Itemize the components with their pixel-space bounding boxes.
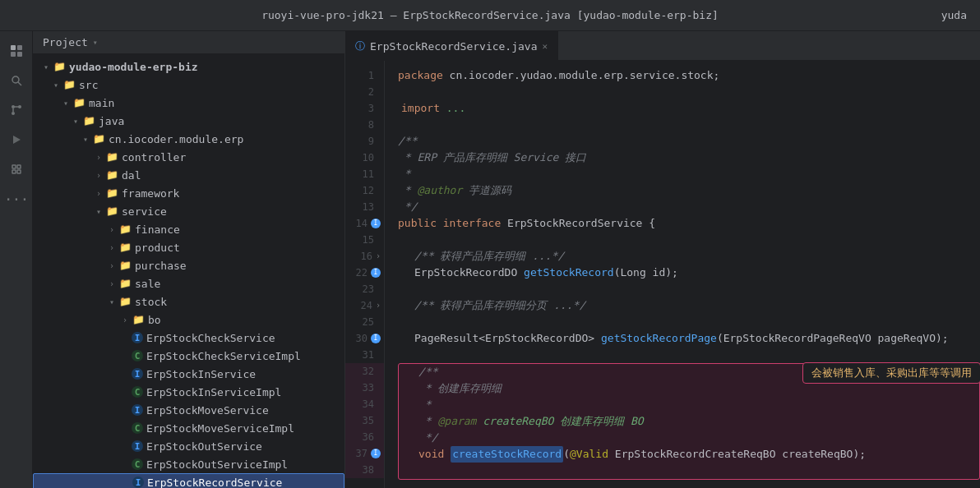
code-line-1: package cn.iocoder.yudao.module.erp.serv… [398,67,980,84]
line-num-36: 36 [345,429,384,445]
window-right-label: yuda [941,9,967,21]
code-line-34: * [399,397,979,413]
tree-item-ErpStockMoveServiceImpl[interactable]: C ErpStockMoveServiceImpl [33,419,344,437]
line-num-30: 30 I [345,330,384,347]
tree-item-src[interactable]: ▾ 📁 src [33,76,344,94]
code-line-16: /** 获得产品库存明细 ...*/ [398,248,980,265]
code-line-2 [398,84,980,100]
project-panel: Project ▾ ▾ 📁 yudao-module-erp-biz ▾ 📁 s… [33,31,345,488]
line-num-8: 8 [345,117,384,133]
file-tree[interactable]: ▾ 📁 yudao-module-erp-biz ▾ 📁 src ▾ 📁 mai… [33,54,344,488]
code-line-38 [399,463,979,479]
code-line-14: public interface ErpStockRecordService { [398,215,980,232]
tree-item-stock[interactable]: ▾ 📁 stock [33,292,344,311]
svg-rect-11 [17,165,21,168]
project-header: Project ▾ [33,31,344,54]
tree-item-ErpStockMoveService[interactable]: I ErpStockMoveService [33,401,344,419]
code-content[interactable]: 1 2 3 8 9 10 11 12 13 14 I 15 16 › [345,61,980,488]
tree-item-ErpStockInService[interactable]: I ErpStockInService [33,365,344,383]
tree-item-ErpStockInServiceImpl[interactable]: C ErpStockInServiceImpl [33,383,344,401]
svg-rect-1 [17,45,22,50]
line-numbers: 1 2 3 8 9 10 11 12 13 14 I 15 16 › [345,61,385,488]
code-line-33: * 创建库存明细 [399,380,979,397]
sidebar-icon-git[interactable] [3,97,30,123]
code-line-3: import ... [398,100,980,117]
editor-tab-ErpStockRecordService[interactable]: ⓘ ErpStockRecordService.java ✕ [345,31,558,60]
tree-item-dal[interactable]: › 📁 dal [33,166,344,184]
project-title: Project [43,36,88,48]
line-num-35: 35 [345,412,384,429]
code-line-15 [398,232,980,248]
line-num-24: 24 › [345,297,384,314]
tree-item-service[interactable]: ▾ 📁 service [33,202,344,220]
code-line-13: */ [398,199,980,215]
chevron-down-icon: ▾ [93,38,98,47]
tree-item-ErpStockOutService[interactable]: I ErpStockOutService [33,437,344,455]
sidebar-icon-run[interactable] [3,127,30,153]
line-num-22: 22 I [345,265,384,281]
svg-line-5 [18,82,21,85]
code-line-23 [398,281,980,297]
tree-item-purchase[interactable]: › 📁 purchase [33,256,344,274]
svg-rect-12 [12,170,16,173]
tree-item-controller[interactable]: › 📁 controller [33,148,344,166]
tab-bar: ⓘ ErpStockRecordService.java ✕ [345,31,980,61]
editor-area: ⓘ ErpStockRecordService.java ✕ 1 2 3 8 9… [345,31,980,488]
sidebar-icon-plugins[interactable] [3,156,30,182]
code-line-37: void createStockRecord(@Valid ErpStockRe… [399,446,979,463]
tree-item-ErpStockRecordService[interactable]: I ErpStockRecordService [33,473,344,488]
line-num-38: 38 [345,462,384,478]
code-line-10: * ERP 产品库存明细 Service 接口 [398,150,980,166]
main-layout: ··· Project ▾ ▾ 📁 yudao-module-erp-biz ▾… [0,31,980,488]
tree-item-ErpStockOutServiceImpl[interactable]: C ErpStockOutServiceImpl [33,455,344,473]
svg-point-7 [12,112,15,115]
svg-rect-0 [11,45,16,50]
tree-item-yudao-module-erp-biz[interactable]: ▾ 📁 yudao-module-erp-biz [33,58,344,76]
code-line-30: PageResult<ErpStockRecordDO> getStockRec… [398,330,980,347]
left-sidebar: ··· [0,31,33,488]
code-line-35: * @param createReqBO 创建库存明细 BO [399,413,979,430]
tree-item-framework[interactable]: › 📁 framework [33,184,344,202]
code-line-22: ErpStockRecordDO getStockRecord(Long id)… [398,265,980,281]
window-title: ruoyi-vue-pro-jdk21 – ErpStockRecordServ… [261,9,719,21]
sidebar-icon-project[interactable] [3,38,30,64]
line-num-34: 34 [345,396,384,412]
tree-item-ErpStockCheckServiceImpl[interactable]: C ErpStockCheckServiceImpl [33,347,344,365]
code-line-25 [398,314,980,330]
tree-item-sale[interactable]: › 📁 sale [33,274,344,292]
line-num-16: 16 › [345,248,384,265]
svg-rect-3 [17,52,22,57]
tree-item-java[interactable]: ▾ 📁 java [33,112,344,130]
title-bar: ruoyi-vue-pro-jdk21 – ErpStockRecordServ… [0,0,980,31]
sidebar-icon-more[interactable]: ··· [3,186,30,212]
tree-item-bo[interactable]: › 📁 bo [33,311,344,329]
line-num-13: 13 [345,199,384,215]
code-line-8 [398,117,980,133]
line-num-2: 2 [345,84,384,100]
svg-point-4 [12,76,19,83]
line-num-31: 31 [345,347,384,363]
code-line-11: * [398,166,980,182]
line-num-10: 10 [345,150,384,166]
line-num-32: 32 [345,363,384,380]
svg-rect-2 [11,52,16,57]
sidebar-icon-search[interactable] [3,67,30,94]
tree-item-finance[interactable]: › 📁 finance [33,220,344,238]
line-num-23: 23 [345,281,384,297]
code-line-36: */ [399,430,979,446]
code-line-12: * @author 芋道源码 [398,182,980,199]
code-body: package cn.iocoder.yudao.module.erp.serv… [385,61,980,488]
tab-file-icon: ⓘ [355,39,365,53]
tab-close-button[interactable]: ✕ [543,41,548,52]
line-num-1: 1 [345,67,384,84]
tab-label: ErpStockRecordService.java [370,40,538,53]
tree-item-ErpStockCheckService[interactable]: I ErpStockCheckService [33,329,344,347]
line-num-3: 3 [345,100,384,117]
svg-rect-10 [12,165,16,168]
tree-item-cn-iocoder[interactable]: ▾ 📁 cn.iocoder.module.erp [33,130,344,148]
code-line-32: /** [399,364,979,380]
line-num-12: 12 [345,182,384,199]
svg-marker-9 [13,136,21,144]
tree-item-main[interactable]: ▾ 📁 main [33,94,344,112]
tree-item-product[interactable]: › 📁 product [33,238,344,256]
